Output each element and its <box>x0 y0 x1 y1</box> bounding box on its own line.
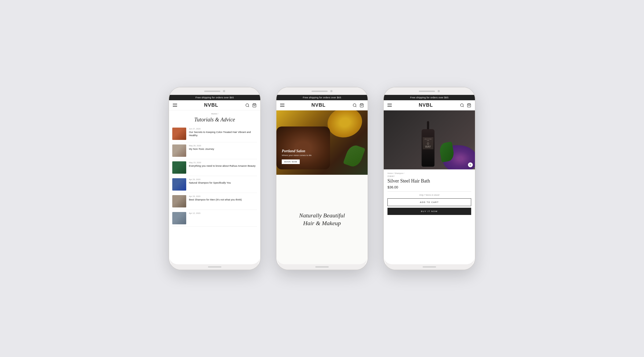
blog-meta-5: Apr 29, 2020 Best Shampoo for Men (It's … <box>189 195 257 201</box>
announcement-bar-2: Free shipping for orders over $65 <box>276 95 368 100</box>
nav-1: NVBL <box>169 100 260 110</box>
blog-date-1: Jun 27, 2020 <box>189 128 257 130</box>
cart-icon-1[interactable] <box>252 103 257 107</box>
scene: Free shipping for orders over $65 NVBL H… <box>153 71 491 286</box>
bottle-logo: OWAY <box>423 142 433 148</box>
buy-now-button[interactable]: BUY IT NOW <box>387 208 471 215</box>
hero-text: Portland Salon Where your vision comes t… <box>282 149 312 164</box>
phone-home: Free shipping for orders over $65 NVBL <box>276 87 368 270</box>
phone-blog: Free shipping for orders over $65 NVBL H… <box>169 87 260 270</box>
phone-speaker-1 <box>204 91 220 92</box>
nav-icons-1 <box>245 103 257 107</box>
blog-thumb-5 <box>172 195 186 207</box>
phone-screen-3: Free shipping for orders over $65 NVBL <box>384 95 475 264</box>
home-indicator-3 <box>423 266 436 267</box>
blog-meta-1: Jun 27, 2020 Our Secrets to Keeping Colo… <box>189 128 257 137</box>
hero-salon-tagline: Where your vision comes to life <box>282 154 312 157</box>
svg-line-4 <box>356 106 356 107</box>
hero-decor <box>276 110 368 175</box>
product-name: Silver Steel Hair Bath <box>387 178 471 184</box>
hamburger-menu-1[interactable] <box>173 104 177 107</box>
phone-camera-3 <box>438 90 440 92</box>
product-stock: Only 7 items in stock! <box>387 194 471 196</box>
blog-thumb-3 <box>172 161 186 174</box>
nav-3: NVBL <box>384 100 475 110</box>
svg-point-0 <box>246 104 249 107</box>
search-icon-3[interactable] <box>460 103 464 107</box>
hamburger-menu-3[interactable] <box>387 104 392 107</box>
homepage-main: Naturally Beautiful Hair & Makeup <box>276 175 368 264</box>
blog-thumb-2 <box>172 144 186 157</box>
product-info: Home / Shampoo / OWAY Silver Steel Hair … <box>384 169 475 264</box>
blog-thumb-1 <box>172 128 186 140</box>
blog-item-5[interactable]: Apr 29, 2020 Best Shampoo for Men (It's … <box>172 193 257 210</box>
blog-page-title: Tutorials & Advice <box>169 116 260 125</box>
announcement-bar-1: Free shipping for orders over $65 <box>169 95 260 100</box>
nav-2: NVBL <box>276 100 368 110</box>
phone-speaker-2 <box>312 91 328 92</box>
blog-post-title-3: Everything you need to know about Rahua … <box>189 164 257 168</box>
product-image: silver steel hair bath OWAY ⊕ <box>384 110 475 169</box>
bottle-pump <box>427 121 429 129</box>
add-to-cart-button[interactable]: ADD TO CART <box>387 198 471 206</box>
nav-icons-3 <box>460 103 471 107</box>
blog-item-1[interactable]: Jun 27, 2020 Our Secrets to Keeping Colo… <box>172 125 257 142</box>
svg-line-1 <box>248 106 249 107</box>
product-price: $36.00 <box>387 185 471 189</box>
blog-item-2[interactable]: May 28, 2020 My Non-Toxic Journey <box>172 142 257 159</box>
phone-bottom-1 <box>169 264 260 270</box>
blog-post-title-2: My Non-Toxic Journey <box>189 147 257 151</box>
blog-item-6[interactable]: Apr 12, 2020 <box>172 210 257 227</box>
blog-post-title-4: Natural Shampoo for Specifically You <box>189 181 257 184</box>
pillow-gold <box>324 110 365 141</box>
phone-camera-1 <box>223 90 225 92</box>
svg-line-7 <box>463 106 464 107</box>
nav-logo-3: NVBL <box>419 102 433 108</box>
hamburger-menu-2[interactable] <box>280 104 284 107</box>
bottle-body: silver steel hair bath OWAY <box>422 129 434 167</box>
cart-icon-2[interactable] <box>360 103 364 107</box>
blog-date-5: Apr 29, 2020 <box>189 195 257 198</box>
product-bottle: silver steel hair bath OWAY <box>422 121 434 167</box>
hero-salon-name: Portland Salon <box>282 149 312 153</box>
product-divider <box>387 191 471 192</box>
blog-post-title-5: Best Shampoo for Men (It's not what you … <box>189 198 257 201</box>
phone-screen-1: Free shipping for orders over $65 NVBL H… <box>169 95 260 264</box>
blog-content: Home / Tutorials & Advice Jun 27, 2020 O… <box>169 110 260 264</box>
blog-item-3[interactable]: May 15, 2020 Everything you need to know… <box>172 159 257 176</box>
blog-date-6: Apr 12, 2020 <box>189 212 257 214</box>
blog-breadcrumb: Home / <box>169 110 260 116</box>
product-content: silver steel hair bath OWAY ⊕ Home / Sha… <box>384 110 475 264</box>
bottle-label: silver steel hair bath OWAY <box>423 137 433 149</box>
nav-logo-2: NVBL <box>312 102 326 108</box>
home-indicator-1 <box>208 266 221 267</box>
blog-list: Jun 27, 2020 Our Secrets to Keeping Colo… <box>169 125 260 264</box>
leaf-decor <box>343 143 365 169</box>
blog-item-4[interactable]: Apr 29, 2020 Natural Shampoo for Specifi… <box>172 176 257 193</box>
blog-meta-3: May 15, 2020 Everything you need to know… <box>189 161 257 168</box>
cart-icon-3[interactable] <box>467 103 471 107</box>
phone-speaker-3 <box>419 91 435 92</box>
phone-bottom-2 <box>276 264 368 270</box>
product-breadcrumb: Home / Shampoo / <box>387 172 471 174</box>
phone-top-bar-1 <box>169 87 260 95</box>
homepage-headline: Naturally Beautiful Hair & Makeup <box>299 212 345 227</box>
blog-date-2: May 28, 2020 <box>189 144 257 147</box>
blog-meta-4: Apr 29, 2020 Natural Shampoo for Specifi… <box>189 178 257 184</box>
phone-bottom-3 <box>384 264 475 270</box>
blog-meta-6: Apr 12, 2020 <box>189 212 257 215</box>
blog-date-3: May 15, 2020 <box>189 161 257 164</box>
zoom-button[interactable]: ⊕ <box>468 162 473 167</box>
svg-point-6 <box>460 104 463 107</box>
blog-thumb-4 <box>172 178 186 191</box>
search-icon-1[interactable] <box>245 103 250 107</box>
blog-meta-2: May 28, 2020 My Non-Toxic Journey <box>189 144 257 151</box>
hero-image: Portland Salon Where your vision comes t… <box>276 110 368 175</box>
bottle-label-text: silver steel hair bath <box>423 138 433 141</box>
search-icon-2[interactable] <box>353 103 357 107</box>
phone-screen-2: Free shipping for orders over $65 NVBL <box>276 95 368 264</box>
book-now-button[interactable]: BOOK NOW <box>282 159 300 164</box>
phone-camera-2 <box>330 90 332 92</box>
homepage-content: Portland Salon Where your vision comes t… <box>276 110 368 264</box>
phone-top-bar-3 <box>384 87 475 95</box>
